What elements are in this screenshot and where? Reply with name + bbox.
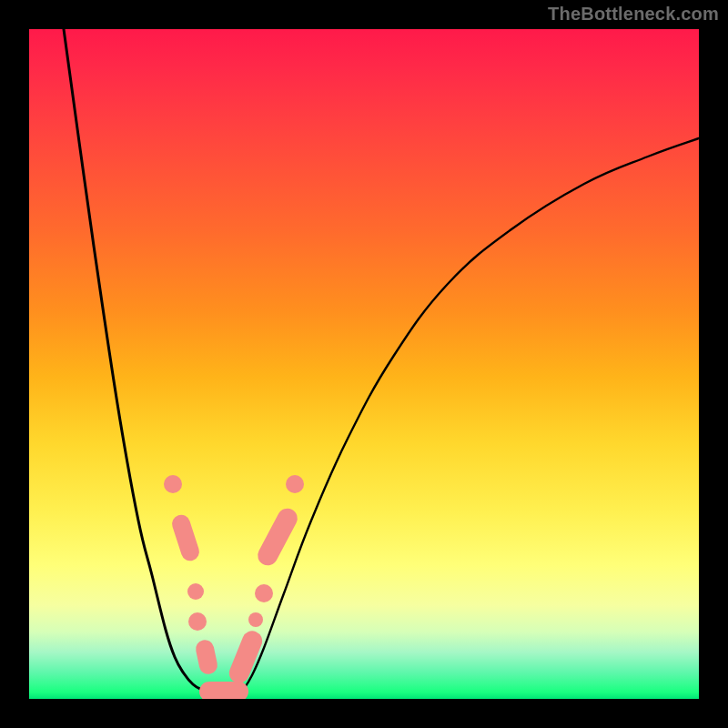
outer-frame: TheBottleneck.com xyxy=(0,0,728,728)
curve-point xyxy=(248,612,263,627)
curve-point xyxy=(187,583,204,600)
bottleneck-curve-svg xyxy=(29,29,699,699)
curve-left-branch xyxy=(64,29,209,692)
plot-area xyxy=(29,29,699,699)
curve-point xyxy=(188,612,207,631)
curve-markers xyxy=(164,475,304,699)
curve-cluster xyxy=(199,682,248,699)
watermark-text: TheBottleneck.com xyxy=(548,4,719,25)
curve-cluster xyxy=(194,638,218,675)
curve-point xyxy=(286,475,304,493)
curve-right-branch xyxy=(242,138,699,692)
curve-cluster xyxy=(254,505,300,569)
curve-cluster xyxy=(169,512,201,563)
curve-point xyxy=(255,584,273,602)
curve-point xyxy=(164,475,182,493)
